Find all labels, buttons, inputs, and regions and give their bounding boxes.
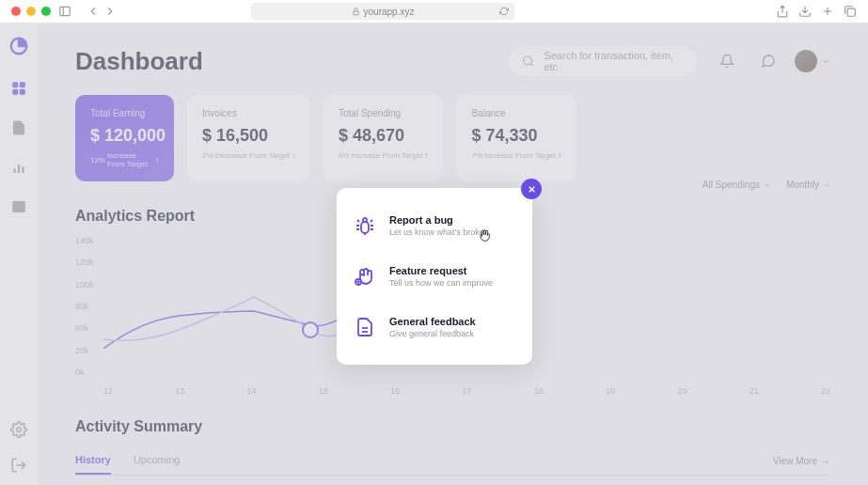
back-button-icon[interactable] bbox=[87, 5, 100, 18]
close-icon bbox=[527, 184, 537, 195]
tabs-icon[interactable] bbox=[844, 5, 857, 18]
share-icon[interactable] bbox=[776, 5, 789, 18]
new-tab-icon[interactable] bbox=[821, 5, 834, 18]
feedback-modal: Report a bug Let us know what's broken F… bbox=[337, 188, 532, 365]
bug-icon bbox=[354, 214, 376, 237]
hand-plus-icon bbox=[354, 265, 376, 288]
minimize-window-button[interactable] bbox=[26, 7, 36, 16]
cursor-pointer-icon bbox=[477, 227, 492, 247]
refresh-icon[interactable] bbox=[499, 7, 509, 16]
modal-item-sub: Give general feedback bbox=[389, 329, 476, 338]
feature-request-option[interactable]: Feature request Tell us how we can impro… bbox=[354, 258, 515, 295]
lock-icon bbox=[352, 8, 360, 16]
forward-button-icon[interactable] bbox=[103, 5, 117, 18]
modal-item-title: General feedback bbox=[389, 316, 476, 327]
url-text: yourapp.xyz bbox=[364, 7, 415, 17]
document-icon bbox=[354, 316, 376, 338]
svg-rect-0 bbox=[60, 7, 71, 15]
modal-item-title: Feature request bbox=[389, 265, 493, 276]
svg-rect-5 bbox=[847, 8, 855, 16]
modal-item-sub: Let us know what's broken bbox=[389, 227, 489, 237]
sidebar-toggle-icon[interactable] bbox=[58, 5, 71, 18]
close-window-button[interactable] bbox=[11, 7, 21, 16]
maximize-window-button[interactable] bbox=[41, 7, 51, 16]
general-feedback-option[interactable]: General feedback Give general feedback bbox=[354, 308, 515, 346]
modal-close-button[interactable] bbox=[521, 179, 542, 199]
modal-item-title: Report a bug bbox=[389, 214, 489, 226]
address-bar[interactable]: yourapp.xyz bbox=[251, 3, 514, 20]
svg-rect-2 bbox=[353, 11, 357, 15]
modal-item-sub: Tell us how we can improve bbox=[389, 278, 493, 288]
window-controls bbox=[11, 7, 51, 16]
browser-toolbar: yourapp.xyz bbox=[0, 0, 868, 23]
svg-rect-22 bbox=[361, 222, 369, 233]
download-icon[interactable] bbox=[798, 5, 812, 18]
